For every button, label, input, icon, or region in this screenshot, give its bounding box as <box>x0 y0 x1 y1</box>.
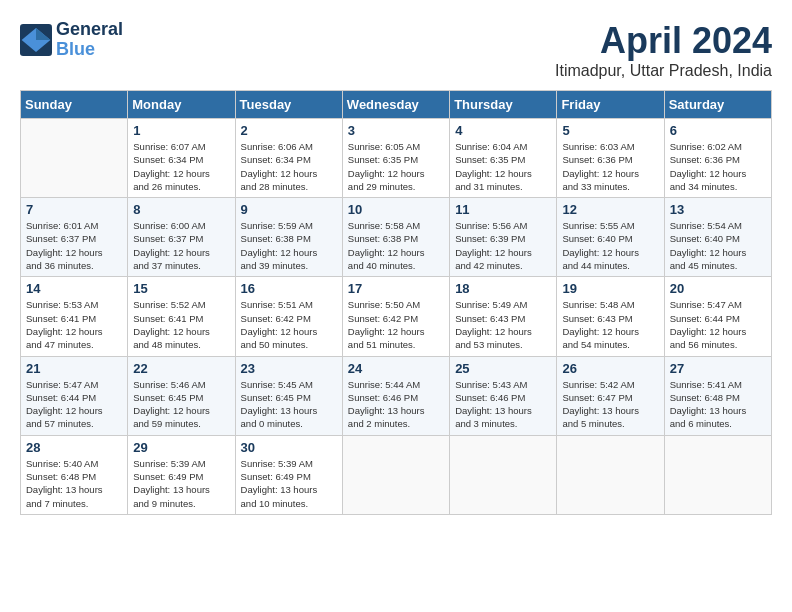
day-info: Sunrise: 6:02 AM Sunset: 6:36 PM Dayligh… <box>670 140 766 193</box>
day-info: Sunrise: 5:43 AM Sunset: 6:46 PM Dayligh… <box>455 378 551 431</box>
day-info: Sunrise: 5:40 AM Sunset: 6:48 PM Dayligh… <box>26 457 122 510</box>
calendar-cell <box>342 435 449 514</box>
day-info: Sunrise: 6:04 AM Sunset: 6:35 PM Dayligh… <box>455 140 551 193</box>
day-number: 22 <box>133 361 229 376</box>
calendar-cell: 4Sunrise: 6:04 AM Sunset: 6:35 PM Daylig… <box>450 119 557 198</box>
day-info: Sunrise: 5:59 AM Sunset: 6:38 PM Dayligh… <box>241 219 337 272</box>
day-number: 6 <box>670 123 766 138</box>
col-header-friday: Friday <box>557 91 664 119</box>
day-number: 13 <box>670 202 766 217</box>
day-info: Sunrise: 5:50 AM Sunset: 6:42 PM Dayligh… <box>348 298 444 351</box>
calendar-cell: 20Sunrise: 5:47 AM Sunset: 6:44 PM Dayli… <box>664 277 771 356</box>
calendar-cell: 14Sunrise: 5:53 AM Sunset: 6:41 PM Dayli… <box>21 277 128 356</box>
day-number: 24 <box>348 361 444 376</box>
calendar-cell <box>664 435 771 514</box>
day-number: 16 <box>241 281 337 296</box>
calendar-cell: 22Sunrise: 5:46 AM Sunset: 6:45 PM Dayli… <box>128 356 235 435</box>
calendar-cell <box>557 435 664 514</box>
calendar-cell: 15Sunrise: 5:52 AM Sunset: 6:41 PM Dayli… <box>128 277 235 356</box>
day-info: Sunrise: 5:51 AM Sunset: 6:42 PM Dayligh… <box>241 298 337 351</box>
calendar-table: SundayMondayTuesdayWednesdayThursdayFrid… <box>20 90 772 515</box>
logo-text: General Blue <box>56 20 123 60</box>
day-info: Sunrise: 5:44 AM Sunset: 6:46 PM Dayligh… <box>348 378 444 431</box>
day-info: Sunrise: 5:48 AM Sunset: 6:43 PM Dayligh… <box>562 298 658 351</box>
calendar-cell: 19Sunrise: 5:48 AM Sunset: 6:43 PM Dayli… <box>557 277 664 356</box>
calendar-cell: 10Sunrise: 5:58 AM Sunset: 6:38 PM Dayli… <box>342 198 449 277</box>
day-number: 2 <box>241 123 337 138</box>
calendar-cell: 23Sunrise: 5:45 AM Sunset: 6:45 PM Dayli… <box>235 356 342 435</box>
calendar-cell: 12Sunrise: 5:55 AM Sunset: 6:40 PM Dayli… <box>557 198 664 277</box>
day-number: 29 <box>133 440 229 455</box>
calendar-cell: 7Sunrise: 6:01 AM Sunset: 6:37 PM Daylig… <box>21 198 128 277</box>
calendar-cell: 13Sunrise: 5:54 AM Sunset: 6:40 PM Dayli… <box>664 198 771 277</box>
calendar-cell: 30Sunrise: 5:39 AM Sunset: 6:49 PM Dayli… <box>235 435 342 514</box>
day-info: Sunrise: 5:58 AM Sunset: 6:38 PM Dayligh… <box>348 219 444 272</box>
day-number: 1 <box>133 123 229 138</box>
day-number: 12 <box>562 202 658 217</box>
col-header-tuesday: Tuesday <box>235 91 342 119</box>
calendar-cell: 18Sunrise: 5:49 AM Sunset: 6:43 PM Dayli… <box>450 277 557 356</box>
calendar-cell: 8Sunrise: 6:00 AM Sunset: 6:37 PM Daylig… <box>128 198 235 277</box>
day-info: Sunrise: 5:45 AM Sunset: 6:45 PM Dayligh… <box>241 378 337 431</box>
calendar-cell: 16Sunrise: 5:51 AM Sunset: 6:42 PM Dayli… <box>235 277 342 356</box>
calendar-cell: 9Sunrise: 5:59 AM Sunset: 6:38 PM Daylig… <box>235 198 342 277</box>
day-info: Sunrise: 5:39 AM Sunset: 6:49 PM Dayligh… <box>241 457 337 510</box>
day-number: 23 <box>241 361 337 376</box>
day-number: 28 <box>26 440 122 455</box>
calendar-cell <box>450 435 557 514</box>
day-number: 14 <box>26 281 122 296</box>
calendar-cell: 3Sunrise: 6:05 AM Sunset: 6:35 PM Daylig… <box>342 119 449 198</box>
page-header: General Blue April 2024 Itimadpur, Uttar… <box>20 20 772 80</box>
day-info: Sunrise: 5:41 AM Sunset: 6:48 PM Dayligh… <box>670 378 766 431</box>
calendar-title: April 2024 <box>555 20 772 62</box>
calendar-cell: 24Sunrise: 5:44 AM Sunset: 6:46 PM Dayli… <box>342 356 449 435</box>
day-number: 5 <box>562 123 658 138</box>
day-number: 17 <box>348 281 444 296</box>
col-header-thursday: Thursday <box>450 91 557 119</box>
day-number: 30 <box>241 440 337 455</box>
day-number: 18 <box>455 281 551 296</box>
day-number: 9 <box>241 202 337 217</box>
col-header-wednesday: Wednesday <box>342 91 449 119</box>
calendar-cell: 11Sunrise: 5:56 AM Sunset: 6:39 PM Dayli… <box>450 198 557 277</box>
day-info: Sunrise: 5:47 AM Sunset: 6:44 PM Dayligh… <box>670 298 766 351</box>
logo-icon <box>20 24 52 56</box>
day-info: Sunrise: 6:03 AM Sunset: 6:36 PM Dayligh… <box>562 140 658 193</box>
calendar-cell: 6Sunrise: 6:02 AM Sunset: 6:36 PM Daylig… <box>664 119 771 198</box>
calendar-cell: 29Sunrise: 5:39 AM Sunset: 6:49 PM Dayli… <box>128 435 235 514</box>
calendar-cell <box>21 119 128 198</box>
col-header-monday: Monday <box>128 91 235 119</box>
day-number: 4 <box>455 123 551 138</box>
day-info: Sunrise: 6:06 AM Sunset: 6:34 PM Dayligh… <box>241 140 337 193</box>
calendar-cell: 26Sunrise: 5:42 AM Sunset: 6:47 PM Dayli… <box>557 356 664 435</box>
col-header-saturday: Saturday <box>664 91 771 119</box>
day-info: Sunrise: 6:01 AM Sunset: 6:37 PM Dayligh… <box>26 219 122 272</box>
day-number: 21 <box>26 361 122 376</box>
calendar-cell: 1Sunrise: 6:07 AM Sunset: 6:34 PM Daylig… <box>128 119 235 198</box>
calendar-cell: 21Sunrise: 5:47 AM Sunset: 6:44 PM Dayli… <box>21 356 128 435</box>
day-number: 3 <box>348 123 444 138</box>
calendar-cell: 25Sunrise: 5:43 AM Sunset: 6:46 PM Dayli… <box>450 356 557 435</box>
day-number: 15 <box>133 281 229 296</box>
day-number: 19 <box>562 281 658 296</box>
day-info: Sunrise: 5:49 AM Sunset: 6:43 PM Dayligh… <box>455 298 551 351</box>
day-number: 20 <box>670 281 766 296</box>
day-number: 25 <box>455 361 551 376</box>
day-number: 26 <box>562 361 658 376</box>
day-info: Sunrise: 5:53 AM Sunset: 6:41 PM Dayligh… <box>26 298 122 351</box>
calendar-cell: 2Sunrise: 6:06 AM Sunset: 6:34 PM Daylig… <box>235 119 342 198</box>
day-number: 8 <box>133 202 229 217</box>
day-info: Sunrise: 5:54 AM Sunset: 6:40 PM Dayligh… <box>670 219 766 272</box>
day-info: Sunrise: 5:46 AM Sunset: 6:45 PM Dayligh… <box>133 378 229 431</box>
day-info: Sunrise: 6:07 AM Sunset: 6:34 PM Dayligh… <box>133 140 229 193</box>
day-info: Sunrise: 5:42 AM Sunset: 6:47 PM Dayligh… <box>562 378 658 431</box>
day-number: 27 <box>670 361 766 376</box>
day-info: Sunrise: 5:55 AM Sunset: 6:40 PM Dayligh… <box>562 219 658 272</box>
calendar-cell: 17Sunrise: 5:50 AM Sunset: 6:42 PM Dayli… <box>342 277 449 356</box>
day-number: 10 <box>348 202 444 217</box>
day-number: 11 <box>455 202 551 217</box>
day-info: Sunrise: 5:56 AM Sunset: 6:39 PM Dayligh… <box>455 219 551 272</box>
title-block: April 2024 Itimadpur, Uttar Pradesh, Ind… <box>555 20 772 80</box>
calendar-cell: 28Sunrise: 5:40 AM Sunset: 6:48 PM Dayli… <box>21 435 128 514</box>
day-info: Sunrise: 5:47 AM Sunset: 6:44 PM Dayligh… <box>26 378 122 431</box>
